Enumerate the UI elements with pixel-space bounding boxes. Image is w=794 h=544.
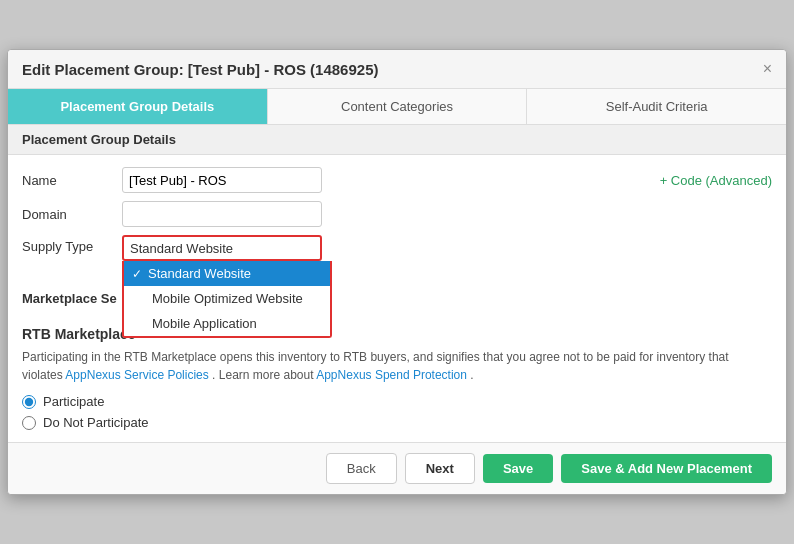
do-not-participate-radio[interactable] bbox=[22, 416, 36, 430]
advanced-link[interactable]: + Code (Advanced) bbox=[660, 173, 772, 188]
tab-content-categories[interactable]: Content Categories bbox=[268, 89, 528, 124]
modal-header: Edit Placement Group: [Test Pub] - ROS (… bbox=[8, 50, 786, 89]
supply-type-display[interactable]: Standard Website bbox=[122, 235, 322, 261]
back-button[interactable]: Back bbox=[326, 453, 397, 484]
save-add-button[interactable]: Save & Add New Placement bbox=[561, 454, 772, 483]
supply-type-dropdown-menu: ✓ Standard Website Mobile Optimized Webs… bbox=[122, 261, 332, 338]
supply-option-standard-website[interactable]: ✓ Standard Website bbox=[124, 261, 330, 286]
checkmark-icon: ✓ bbox=[132, 267, 142, 281]
rtb-description: Participating in the RTB Marketplace ope… bbox=[22, 348, 772, 384]
supply-type-row: Supply Type Standard Website ✓ Standard … bbox=[22, 235, 772, 261]
section-header: Placement Group Details bbox=[8, 125, 786, 155]
form-area: Name + Code (Advanced) Domain Supply Typ… bbox=[8, 155, 786, 306]
modal-footer: Back Next Save Save & Add New Placement bbox=[8, 442, 786, 494]
participate-option[interactable]: Participate bbox=[22, 394, 772, 409]
domain-label: Domain bbox=[22, 207, 122, 222]
tab-placement-group-details[interactable]: Placement Group Details bbox=[8, 89, 268, 124]
do-not-participate-option[interactable]: Do Not Participate bbox=[22, 415, 772, 430]
supply-type-dropdown-wrapper: Standard Website ✓ Standard Website Mobi… bbox=[122, 235, 322, 261]
save-button[interactable]: Save bbox=[483, 454, 553, 483]
rtb-radio-group: Participate Do Not Participate bbox=[22, 394, 772, 430]
participate-radio[interactable] bbox=[22, 395, 36, 409]
next-button[interactable]: Next bbox=[405, 453, 475, 484]
domain-row: Domain bbox=[22, 201, 772, 227]
spend-protection-link[interactable]: AppNexus Spend Protection bbox=[316, 368, 467, 382]
close-button[interactable]: × bbox=[763, 60, 772, 78]
supply-option-mobile-optimized[interactable]: Mobile Optimized Website bbox=[124, 286, 330, 311]
marketplace-label: Marketplace Se bbox=[22, 291, 122, 306]
supply-type-label: Supply Type bbox=[22, 235, 122, 254]
name-label: Name bbox=[22, 173, 122, 188]
supply-option-mobile-application[interactable]: Mobile Application bbox=[124, 311, 330, 336]
tab-bar: Placement Group Details Content Categori… bbox=[8, 89, 786, 125]
name-row: Name + Code (Advanced) bbox=[22, 167, 772, 193]
modal-title: Edit Placement Group: [Test Pub] - ROS (… bbox=[22, 61, 378, 78]
name-input[interactable] bbox=[122, 167, 322, 193]
domain-input[interactable] bbox=[122, 201, 322, 227]
modal: Edit Placement Group: [Test Pub] - ROS (… bbox=[7, 49, 787, 495]
tab-self-audit-criteria[interactable]: Self-Audit Criteria bbox=[527, 89, 786, 124]
service-policies-link[interactable]: AppNexus Service Policies bbox=[65, 368, 208, 382]
